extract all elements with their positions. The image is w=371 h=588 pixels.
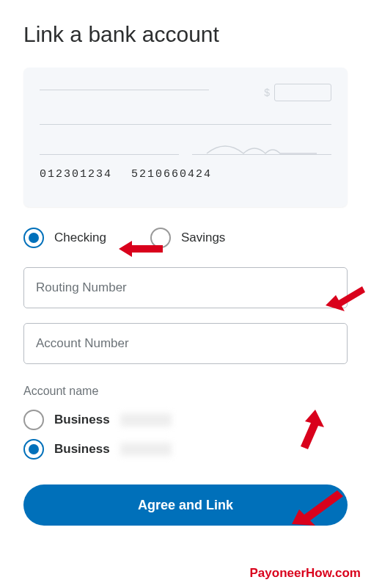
redacted-text [120,413,172,427]
check-amount-box [274,84,331,101]
radio-icon [23,228,44,248]
check-illustration: $ 012301234 5210660424 [23,68,348,207]
check-micr-line: 012301234 5210660424 [40,168,331,181]
sample-account-number: 5210660424 [131,168,212,181]
check-amount-words-line [40,124,331,125]
routing-number-input[interactable] [23,267,348,308]
radio-icon [23,439,44,460]
account-number-input[interactable] [23,323,348,364]
radio-icon [150,228,171,248]
account-name-label-2: Business [54,442,110,457]
check-payee-line [40,90,209,90]
account-name-label-1: Business [54,413,110,427]
account-name-option-1[interactable]: Business [23,410,348,430]
savings-label: Savings [181,231,225,245]
account-name-heading: Account name [23,385,348,398]
page-title: Link a bank account [23,22,348,47]
check-signature-line [192,154,331,155]
signature-squiggle-icon [192,137,331,155]
watermark-text: PayoneerHow.com [250,566,361,581]
radio-icon [23,410,44,430]
sample-routing-number: 012301234 [40,168,112,181]
dollar-sign-icon: $ [264,87,270,98]
checking-label: Checking [54,231,106,245]
account-name-option-2[interactable]: Business [23,439,348,460]
check-amount-area: $ [264,84,331,101]
redacted-text [120,443,172,456]
account-type-group: Checking Savings [23,228,348,248]
agree-and-link-button[interactable]: Agree and Link [23,484,348,526]
checking-radio[interactable]: Checking [23,228,106,248]
savings-radio[interactable]: Savings [150,228,225,248]
check-memo-line [40,154,179,155]
